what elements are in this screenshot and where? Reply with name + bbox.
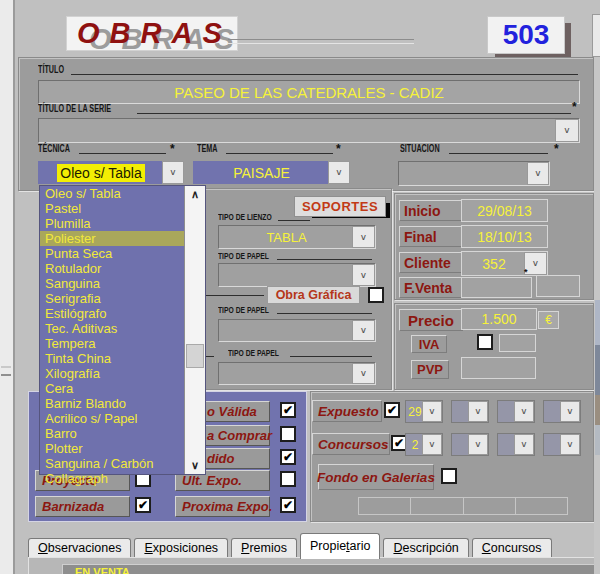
dropdown-item[interactable]: Punta Seca bbox=[40, 246, 185, 261]
precio-value[interactable]: 1.500 bbox=[461, 308, 537, 330]
dropdown-item[interactable]: Pastel bbox=[40, 201, 185, 216]
serie-rule bbox=[137, 113, 571, 114]
dropdown-item[interactable]: Acrilico s/ Papel bbox=[40, 411, 185, 426]
ult-expo-checkbox[interactable] bbox=[280, 471, 296, 487]
expuesto-combobox-4[interactable] bbox=[543, 400, 581, 423]
left-scroll-strip[interactable] bbox=[0, 0, 15, 574]
dropdown-item[interactable]: Estilógrafo bbox=[40, 306, 185, 321]
pvp-value[interactable] bbox=[461, 357, 536, 379]
scroll-up-icon[interactable]: ∧ bbox=[185, 188, 205, 201]
dropdown-item[interactable]: Tec. Aditivas bbox=[40, 321, 185, 336]
chevron-down-icon[interactable] bbox=[328, 161, 350, 184]
chevron-down-icon[interactable] bbox=[352, 226, 375, 248]
chevron-down-icon[interactable] bbox=[468, 401, 488, 422]
tab-descripción[interactable]: Descripción bbox=[383, 538, 468, 559]
empty-cell[interactable] bbox=[411, 497, 463, 515]
empty-cell[interactable] bbox=[464, 497, 516, 515]
dropdown-item[interactable]: Plotter bbox=[40, 441, 185, 456]
serie-combobox[interactable] bbox=[38, 118, 580, 143]
chevron-down-icon[interactable] bbox=[555, 119, 579, 142]
tab-propietario[interactable]: Propietario bbox=[300, 533, 381, 559]
tema-combobox[interactable]: PAISAJE bbox=[193, 161, 350, 184]
cliente-value: 352 bbox=[482, 256, 505, 272]
tipo-papel-2-label: TIPO DE PAPEL bbox=[218, 305, 269, 315]
app-title: OBRAS bbox=[77, 17, 232, 50]
f-venta-extra-box[interactable] bbox=[536, 275, 580, 297]
scrollbar-thumb[interactable] bbox=[186, 344, 204, 368]
tab-observaciones[interactable]: Observaciones bbox=[28, 538, 131, 559]
obra-grafica-checkbox[interactable] bbox=[368, 287, 384, 303]
chevron-down-icon[interactable] bbox=[422, 401, 442, 422]
final-value[interactable]: 18/10/13 bbox=[461, 225, 548, 248]
expuesto-checkbox[interactable]: ✔ bbox=[384, 402, 400, 418]
scroll-down-icon[interactable]: ∨ bbox=[185, 459, 205, 472]
a-comprar-checkbox[interactable] bbox=[280, 426, 296, 442]
concursos-combobox-3[interactable] bbox=[497, 433, 535, 456]
obra-valida-checkbox[interactable]: ✔ bbox=[280, 402, 296, 418]
proxima-expo-box: Proxima Expo. bbox=[175, 496, 270, 517]
tab-exposiciones[interactable]: Exposiciones bbox=[134, 538, 228, 559]
empty-cell[interactable] bbox=[358, 497, 411, 515]
chevron-down-icon[interactable] bbox=[352, 264, 375, 286]
tipo-papel-1-combobox[interactable] bbox=[218, 263, 376, 287]
chevron-down-icon[interactable] bbox=[560, 401, 580, 422]
chevron-down-icon[interactable] bbox=[527, 162, 549, 185]
expuesto-combobox-2[interactable] bbox=[451, 400, 489, 423]
proxima-expo-checkbox[interactable]: ✔ bbox=[280, 497, 296, 513]
tipo-lienzo-combobox[interactable]: TABLA bbox=[218, 225, 376, 249]
tecnica-required-mark: * bbox=[170, 142, 175, 156]
dropdown-item[interactable]: Cera bbox=[40, 381, 185, 396]
iva-checkbox[interactable] bbox=[477, 334, 493, 350]
chevron-down-icon[interactable] bbox=[352, 363, 375, 384]
dropdown-item[interactable]: Sanguina bbox=[40, 276, 185, 291]
chevron-down-icon[interactable] bbox=[352, 320, 375, 341]
inicio-value[interactable]: 29/08/13 bbox=[461, 199, 548, 222]
record-number: 503 bbox=[503, 19, 550, 51]
dropdown-item[interactable]: Barro bbox=[40, 426, 185, 441]
dropdown-item[interactable]: Tempera bbox=[40, 336, 185, 351]
tecnica-combobox[interactable]: Oleo s/ Tabla bbox=[38, 161, 184, 184]
concursos-combobox-4[interactable] bbox=[543, 433, 581, 456]
dropdown-item[interactable]: Poliester bbox=[40, 231, 185, 246]
tab-concursos[interactable]: Concursos bbox=[472, 538, 552, 559]
dropdown-item[interactable]: Serigrafia bbox=[40, 291, 185, 306]
splitter-handle[interactable] bbox=[1, 366, 11, 376]
dropdown-item[interactable]: Collagraph bbox=[40, 471, 185, 486]
dropdown-item[interactable]: Barniz Blando bbox=[40, 396, 185, 411]
dropdown-item[interactable]: Tinta China bbox=[40, 351, 185, 366]
expuesto-combobox-3[interactable] bbox=[497, 400, 535, 423]
vendido-checkbox[interactable]: ✔ bbox=[280, 449, 296, 465]
chevron-down-icon[interactable] bbox=[514, 401, 534, 422]
situacion-combobox[interactable] bbox=[398, 161, 550, 186]
concursos-box: Concursos bbox=[312, 433, 390, 455]
concursos-combobox-1[interactable]: 2 bbox=[405, 433, 443, 456]
iva-label-box: IVA bbox=[411, 335, 447, 353]
dropdown-item[interactable]: Xilografía bbox=[40, 366, 185, 381]
dropdown-item[interactable]: Sanguina / Carbón bbox=[40, 456, 185, 471]
soportes-header-box: SOPORTES bbox=[294, 196, 386, 217]
barnizada-checkbox[interactable]: ✔ bbox=[135, 497, 151, 513]
tipo-papel-2-combobox[interactable] bbox=[218, 319, 376, 342]
empty-cell[interactable] bbox=[516, 497, 568, 515]
iva-value[interactable] bbox=[499, 334, 536, 352]
f-venta-value[interactable] bbox=[461, 277, 532, 298]
dropdown-item[interactable]: Rotulador bbox=[40, 261, 185, 276]
concursos-combobox-2[interactable] bbox=[451, 433, 489, 456]
cliente-combobox[interactable]: 352 bbox=[461, 251, 548, 276]
fondo-galerias-box: Fondo en Galerias bbox=[318, 464, 434, 490]
tecnica-dropdown-list[interactable]: Oleo s/ TablaPastelPlumillaPoliesterPunt… bbox=[39, 185, 206, 475]
dropdown-item[interactable]: Plumilla bbox=[40, 216, 185, 231]
fondo-galerias-checkbox[interactable] bbox=[441, 468, 457, 484]
tab-premios[interactable]: Premios bbox=[231, 538, 297, 559]
chevron-down-icon[interactable] bbox=[560, 434, 580, 455]
chevron-down-icon[interactable] bbox=[468, 434, 488, 455]
tipo-papel-3-combobox[interactable] bbox=[218, 362, 376, 385]
titulo-field[interactable]: PASEO DE LAS CATEDRALES - CADIZ bbox=[38, 80, 580, 104]
expuesto-combobox-1[interactable]: 29 bbox=[405, 400, 443, 423]
dropdown-item[interactable]: Oleo s/ Tabla bbox=[40, 186, 185, 201]
chevron-down-icon[interactable] bbox=[162, 161, 184, 184]
chevron-down-icon[interactable] bbox=[422, 434, 442, 455]
tipo-papel-2-rule bbox=[277, 313, 372, 314]
chevron-down-icon[interactable] bbox=[514, 434, 534, 455]
dropdown-scrollbar[interactable]: ∧ ∨ bbox=[184, 186, 205, 474]
